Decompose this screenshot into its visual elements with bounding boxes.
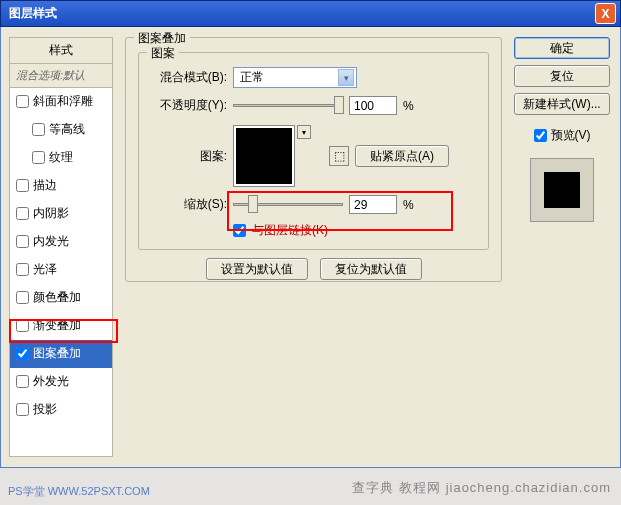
- style-checkbox[interactable]: [16, 207, 29, 220]
- scale-label: 缩放(S):: [151, 196, 227, 213]
- blend-mode-label: 混合模式(B):: [151, 69, 227, 86]
- style-item-0[interactable]: 斜面和浮雕: [10, 88, 112, 116]
- preview-checkbox[interactable]: [534, 129, 547, 142]
- title-bar: 图层样式 X: [0, 0, 621, 27]
- pattern-swatch[interactable]: [233, 125, 295, 187]
- style-label: 颜色叠加: [33, 289, 81, 306]
- style-item-9[interactable]: 图案叠加: [10, 340, 112, 368]
- scale-slider-thumb[interactable]: [248, 195, 258, 213]
- style-checkbox[interactable]: [32, 123, 45, 136]
- style-label: 渐变叠加: [33, 317, 81, 334]
- style-checkbox[interactable]: [16, 235, 29, 248]
- group-title-inner: 图案: [147, 45, 179, 62]
- style-item-10[interactable]: 外发光: [10, 368, 112, 396]
- style-checkbox[interactable]: [32, 151, 45, 164]
- blend-options-header[interactable]: 混合选项:默认: [10, 64, 112, 88]
- percent-label-2: %: [403, 198, 414, 212]
- style-item-6[interactable]: 光泽: [10, 256, 112, 284]
- preview-inner: [544, 172, 580, 208]
- opacity-label: 不透明度(Y):: [151, 97, 227, 114]
- style-item-7[interactable]: 颜色叠加: [10, 284, 112, 312]
- dialog-body: 样式 混合选项:默认 斜面和浮雕等高线纹理描边内阴影内发光光泽颜色叠加渐变叠加图…: [0, 27, 621, 468]
- pattern-inner-group: 图案 混合模式(B): 正常 ▾ 不透明度(Y): %: [138, 52, 489, 250]
- style-checkbox[interactable]: [16, 403, 29, 416]
- scale-input[interactable]: [349, 195, 397, 214]
- preview-swatch: [530, 158, 594, 222]
- scale-row: 缩放(S): %: [151, 195, 476, 214]
- style-checkbox[interactable]: [16, 95, 29, 108]
- watermark-left: PS学堂 WWW.52PSXT.COM: [8, 484, 150, 499]
- right-panel: 确定 复位 新建样式(W)... 预览(V): [502, 37, 612, 457]
- style-item-1[interactable]: 等高线: [10, 116, 112, 144]
- defaults-row: 设置为默认值 复位为默认值: [138, 258, 489, 280]
- style-checkbox[interactable]: [16, 179, 29, 192]
- percent-label: %: [403, 99, 414, 113]
- style-checkbox[interactable]: [16, 347, 29, 360]
- opacity-slider[interactable]: [233, 104, 343, 107]
- dialog-title: 图层样式: [9, 5, 57, 22]
- pattern-label: 图案:: [151, 148, 227, 165]
- style-label: 描边: [33, 177, 57, 194]
- preview-check-row[interactable]: 预览(V): [534, 127, 591, 144]
- scale-slider[interactable]: [233, 203, 343, 206]
- chevron-down-icon: ▾: [338, 69, 354, 86]
- opacity-slider-thumb[interactable]: [334, 96, 344, 114]
- link-layer-checkbox[interactable]: [233, 224, 246, 237]
- style-label: 投影: [33, 401, 57, 418]
- style-label: 光泽: [33, 261, 57, 278]
- reset-default-button[interactable]: 复位为默认值: [320, 258, 422, 280]
- style-checkbox[interactable]: [16, 375, 29, 388]
- close-button[interactable]: X: [595, 3, 616, 24]
- style-checkbox[interactable]: [16, 263, 29, 276]
- snap-icon: ⬚: [334, 149, 345, 163]
- make-default-button[interactable]: 设置为默认值: [206, 258, 308, 280]
- style-item-3[interactable]: 描边: [10, 172, 112, 200]
- pattern-overlay-group: 图案叠加 图案 混合模式(B): 正常 ▾ 不透明度(Y): %: [125, 37, 502, 282]
- pattern-row: 图案: ▾ ⬚ 贴紧原点(A): [151, 125, 476, 187]
- watermark-right: 查字典 教程网 jiaocheng.chazidian.com: [352, 479, 611, 497]
- style-label: 外发光: [33, 373, 69, 390]
- style-label: 等高线: [49, 121, 85, 138]
- pattern-dropdown-icon[interactable]: ▾: [297, 125, 311, 139]
- style-label: 内发光: [33, 233, 69, 250]
- styles-header[interactable]: 样式: [10, 38, 112, 64]
- preview-label: 预览(V): [551, 127, 591, 144]
- style-item-11[interactable]: 投影: [10, 396, 112, 424]
- style-label: 纹理: [49, 149, 73, 166]
- blend-mode-row: 混合模式(B): 正常 ▾: [151, 67, 476, 88]
- link-layer-row: 与图层链接(K): [151, 222, 476, 239]
- blend-mode-value: 正常: [240, 69, 264, 86]
- style-label: 斜面和浮雕: [33, 93, 93, 110]
- style-label: 图案叠加: [33, 345, 81, 362]
- style-checkbox[interactable]: [16, 319, 29, 332]
- new-style-button[interactable]: 新建样式(W)...: [514, 93, 610, 115]
- style-item-5[interactable]: 内发光: [10, 228, 112, 256]
- style-item-8[interactable]: 渐变叠加: [10, 312, 112, 340]
- styles-list-panel: 样式 混合选项:默认 斜面和浮雕等高线纹理描边内阴影内发光光泽颜色叠加渐变叠加图…: [9, 37, 113, 457]
- opacity-input[interactable]: [349, 96, 397, 115]
- ok-button[interactable]: 确定: [514, 37, 610, 59]
- snap-origin-icon-button[interactable]: ⬚: [329, 146, 349, 166]
- opacity-row: 不透明度(Y): %: [151, 96, 476, 115]
- cancel-button[interactable]: 复位: [514, 65, 610, 87]
- style-label: 内阴影: [33, 205, 69, 222]
- link-layer-label: 与图层链接(K): [252, 222, 328, 239]
- center-panel: 图案叠加 图案 混合模式(B): 正常 ▾ 不透明度(Y): %: [113, 37, 502, 457]
- style-item-2[interactable]: 纹理: [10, 144, 112, 172]
- blend-mode-select[interactable]: 正常 ▾: [233, 67, 357, 88]
- close-icon: X: [601, 7, 609, 21]
- style-item-4[interactable]: 内阴影: [10, 200, 112, 228]
- style-checkbox[interactable]: [16, 291, 29, 304]
- snap-origin-button[interactable]: 贴紧原点(A): [355, 145, 449, 167]
